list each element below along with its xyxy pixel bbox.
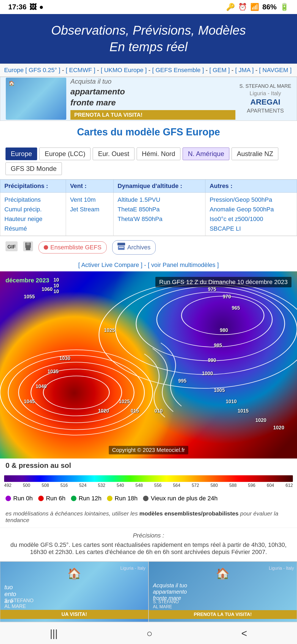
link-iso0[interactable]: Iso0°c et z500/1000 [210, 214, 293, 224]
link-sbcape[interactable]: SBCAPE LI [210, 224, 293, 233]
archives-button[interactable]: Archives [112, 240, 156, 255]
save-button[interactable] [23, 241, 33, 254]
archives-label: Archives [127, 244, 150, 251]
pressure-975: 975 [208, 286, 216, 292]
tab-hemi-nord[interactable]: Hémi. Nord [137, 148, 180, 160]
scale-548: 548 [136, 483, 143, 488]
svg-rect-7 [118, 246, 125, 250]
scale-labels: 492 500 508 516 524 532 540 548 556 564 … [4, 483, 293, 488]
link-thetaw[interactable]: Theta'W 850hPa [118, 214, 201, 224]
ad-location2: S. STEFANO AL MARE [240, 83, 291, 89]
info-text-prefix: es modélisations à échéances lointaines,… [6, 510, 139, 517]
cat-autres: Pression/Geop 500hPa Anomalie Geop 500hP… [205, 192, 297, 236]
pressure-985: 985 [214, 343, 222, 348]
nav-gem[interactable]: [ GEM ] [209, 67, 230, 73]
tab-australie[interactable]: Australie NZ [232, 148, 278, 160]
link-cumul[interactable]: Cumul précip. [4, 204, 62, 214]
link-neige[interactable]: Hauteur neige [4, 214, 62, 224]
status-left: 17:36 🖼 ● [8, 3, 43, 11]
link-precipitations[interactable]: Précipitations [4, 195, 62, 204]
ad-cell-right-location2: Liguria - Italy [269, 566, 294, 571]
weather-map: décembre 2023 Run GFS 12 Z du Dimanche 1… [0, 271, 297, 459]
pressure-010: 010 [155, 408, 163, 414]
nav-menu-button[interactable]: ||| [50, 628, 58, 639]
nav-gfs[interactable]: Europe [ GFS 0.25° ] [4, 67, 60, 73]
scale-580: 580 [210, 483, 218, 488]
key-icon: 🔑 [226, 3, 235, 11]
scale-bar [4, 475, 293, 482]
cat-dynamique: Altitude 1.5PVU ThetaE 850hPa Theta'W 85… [113, 192, 205, 236]
ad-cell-right-cta[interactable]: PRENOTA LA TUA VISITA! [149, 610, 297, 619]
legend: Run 0h Run 6h Run 12h Run 18h Vieux run … [0, 491, 297, 506]
ad-cell-left-location2: Liguria - Italy [120, 566, 145, 571]
multimodeles-link[interactable]: [ voir Panel multimodèles ] [148, 261, 219, 268]
pressure-1025b: 1025 [119, 399, 130, 405]
svg-rect-4 [26, 242, 30, 245]
scale-524: 524 [79, 483, 87, 488]
ad-cell-right-text2: appartamento [153, 589, 187, 595]
compare-sep: - [144, 261, 148, 268]
map-container: décembre 2023 Run GFS 12 Z du Dimanche 1… [0, 271, 297, 459]
pressure-970: 970 [223, 294, 231, 300]
tab-eur-ouest[interactable]: Eur. Ouest [93, 148, 134, 160]
ad-cell-left[interactable]: 🏠 tuo ento are S. STEFANOAL MARE UA VISI… [0, 561, 148, 622]
nav-sep5: - [232, 67, 235, 73]
tab-gfs3d[interactable]: GFS 3D Monde [6, 162, 62, 175]
page-title-section: Cartes du modèle GFS Europe [0, 121, 297, 143]
info-text-bold: modèles ensemblistes/probabilistes [139, 510, 239, 517]
nav-bar[interactable]: Europe [ GFS 0.25° ] - [ ECMWF ] - [ UKM… [0, 64, 297, 77]
pressure-1035: 1035 [48, 369, 59, 375]
ad-text3: fronte mare [70, 98, 235, 107]
tab-n-amerique[interactable]: N. Amérique [183, 148, 229, 160]
map-date-label: décembre 2023 [6, 277, 49, 284]
gif-button[interactable]: GIF [6, 241, 18, 254]
legend-run6h: Run 6h [38, 495, 65, 502]
svg-rect-8 [119, 247, 124, 248]
pressure-995: 995 [178, 378, 186, 384]
nav-ecmwf[interactable]: [ ECMWF ] [66, 67, 95, 73]
link-vent10m[interactable]: Vent 10m [70, 195, 109, 204]
scale-532: 532 [98, 483, 105, 488]
live-compare-link[interactable]: [ Activer Live Compare ] [78, 261, 142, 268]
cat-vent: Vent 10m Jet Stream [66, 192, 113, 236]
nav-gefs[interactable]: [ GEFS Ensemble ] [152, 67, 204, 73]
pressure-015: 015 [131, 408, 139, 414]
link-pression500[interactable]: Pression/Geop 500hPa [210, 195, 293, 204]
cat-precip: Précipitations Cumul précip. Hauteur nei… [0, 192, 66, 236]
map-copyright: Copyright © 2023 Meteociel.fr [109, 446, 188, 454]
legend-label-vieux: Vieux run de plus de 24h [151, 495, 218, 502]
pressure-1010: 1010 [226, 399, 237, 405]
scale-492: 492 [4, 483, 12, 488]
ad-text2: appartamento [70, 87, 235, 96]
wifi-icon: 📶 [250, 3, 259, 11]
status-bar: 17:36 🖼 ● 🔑 ⏰ 📶 86% 🔋 [0, 0, 297, 14]
nav-ukmo[interactable]: [ UKMO Europe ] [101, 67, 147, 73]
tab-europe[interactable]: Europe [6, 148, 37, 160]
link-jetstream[interactable]: Jet Stream [70, 204, 109, 214]
link-anomalie[interactable]: Anomalie Geop 500hPa [210, 204, 293, 214]
svg-rect-6 [117, 243, 125, 245]
status-right: 🔑 ⏰ 📶 86% 🔋 [226, 3, 289, 11]
ad-cta[interactable]: PRENOTA LA TUA VISITA! [70, 110, 235, 120]
ad-banner-top[interactable]: 🏠 Acquista il tuo appartamento fronte ma… [0, 77, 297, 121]
pressure-1020b: 1020 [273, 425, 284, 431]
tab-europe-lcc[interactable]: Europe (LCC) [39, 148, 90, 160]
nav-jma[interactable]: [ JMA ] [235, 67, 254, 73]
nav-back-button[interactable]: < [241, 628, 247, 639]
ad-cell-right[interactable]: 🏠 Acquista il tuo appartamento fronte ma… [148, 561, 297, 622]
ad-cell-left-text2: ento [4, 591, 16, 598]
region-tabs: Europe Europe (LCC) Eur. Ouest Hémi. Nor… [0, 143, 297, 179]
nav-navgem[interactable]: [ NAVGEM ] [259, 67, 292, 73]
ad-brand-sub: APARTMENTS [247, 108, 284, 114]
ad-cell-right-icon: 🏠 [216, 567, 230, 580]
link-resume[interactable]: Résumé [4, 224, 62, 233]
header-line1: Observations, Prévisions, Modèles [6, 22, 292, 39]
nav-home-button[interactable]: ○ [147, 628, 153, 639]
archives-icon [117, 243, 125, 252]
link-thetae[interactable]: ThetaE 850hPa [118, 204, 201, 214]
ad-cell-left-cta[interactable]: UA VISITA! [0, 610, 148, 619]
link-altitude[interactable]: Altitude 1.5PVU [118, 195, 201, 204]
ad-row-bottom: 🏠 tuo ento are S. STEFANOAL MARE UA VISI… [0, 561, 297, 622]
ensembliste-button[interactable]: Ensembliste GEFS [38, 241, 107, 253]
toolbar: GIF Ensembliste GEFS Archives [0, 236, 297, 259]
